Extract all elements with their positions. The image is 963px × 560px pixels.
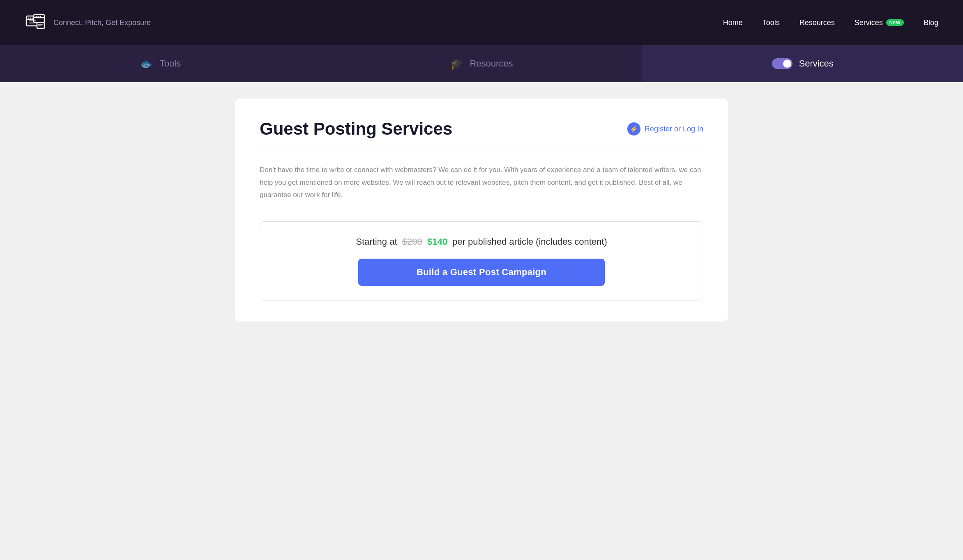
service-description: Don't have the time to write or connect … xyxy=(260,164,703,202)
pricing-prefix: Starting at xyxy=(356,236,397,247)
sub-nav-tools-label: Tools xyxy=(160,58,181,69)
services-new-badge: NEW xyxy=(886,19,904,26)
register-login-text: Register or Log In xyxy=(645,125,703,133)
sub-nav-services-label: Services xyxy=(799,58,834,69)
svg-point-7 xyxy=(28,18,30,19)
svg-point-8 xyxy=(30,18,32,19)
svg-point-4 xyxy=(36,16,37,17)
divider xyxy=(260,149,703,149)
pricing-text: Starting at $200 $140 per published arti… xyxy=(276,236,687,247)
page-title: Guest Posting Services xyxy=(260,119,452,139)
nav-tools[interactable]: Tools xyxy=(763,18,780,27)
bolt-icon: ⚡ xyxy=(627,122,640,135)
site-tagline: Connect, Pitch, Get Exposure xyxy=(53,18,151,27)
sub-nav-resources[interactable]: 🎓 Resources xyxy=(321,45,643,82)
pricing-suffix: per published article (includes content) xyxy=(452,236,607,247)
sub-nav-resources-label: Resources xyxy=(470,58,513,69)
pricing-box: Starting at $200 $140 per published arti… xyxy=(260,221,703,301)
nav-home[interactable]: Home xyxy=(723,18,743,27)
svg-point-9 xyxy=(32,18,34,19)
main-content: Guest Posting Services ⚡ Register or Log… xyxy=(0,82,963,338)
sub-nav-tools[interactable]: 🐟 Tools xyxy=(0,45,321,82)
sub-nav-services[interactable]: Services xyxy=(642,45,963,82)
content-card: Guest Posting Services ⚡ Register or Log… xyxy=(235,99,728,321)
header-left: Connect, Pitch, Get Exposure xyxy=(25,12,151,33)
toggle-knob xyxy=(783,60,791,68)
nav-blog[interactable]: Blog xyxy=(924,18,938,27)
sub-nav: 🐟 Tools 🎓 Resources Services xyxy=(0,45,963,82)
new-price: $140 xyxy=(427,236,447,247)
svg-point-6 xyxy=(40,16,41,17)
resources-icon: 🎓 xyxy=(450,57,463,70)
card-header: Guest Posting Services ⚡ Register or Log… xyxy=(260,119,703,139)
services-toggle-icon xyxy=(772,58,793,69)
svg-point-5 xyxy=(38,16,39,17)
nav-resources[interactable]: Resources xyxy=(799,18,835,27)
main-nav: Home Tools Resources Services NEW Blog xyxy=(723,18,938,27)
old-price: $200 xyxy=(402,236,422,247)
svg-rect-12 xyxy=(37,23,44,28)
nav-services[interactable]: Services NEW xyxy=(855,18,904,27)
logo-icon xyxy=(25,12,46,33)
build-campaign-button[interactable]: Build a Guest Post Campaign xyxy=(358,259,605,286)
tools-icon: 🐟 xyxy=(140,57,153,70)
header: Connect, Pitch, Get Exposure Home Tools … xyxy=(0,0,963,45)
register-login-link[interactable]: ⚡ Register or Log In xyxy=(627,122,703,135)
